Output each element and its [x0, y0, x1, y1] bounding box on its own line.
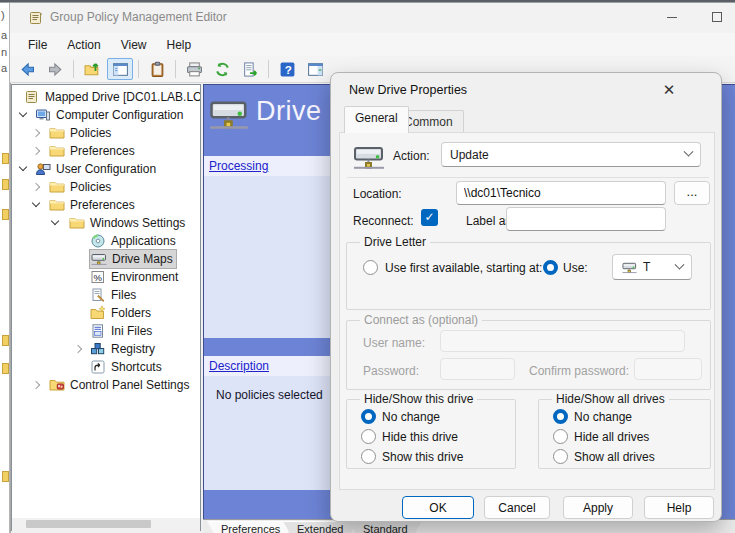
forward-icon[interactable] [42, 58, 68, 80]
user-icon [35, 161, 51, 177]
confirm-password-input[interactable] [634, 358, 702, 380]
help-icon[interactable]: ? [274, 58, 300, 80]
minimize-button[interactable] [655, 6, 689, 28]
hide-show-this-drive-group: Hide/Show this drive No change Hide this… [346, 399, 516, 469]
window-title: Group Policy Management Editor [50, 10, 227, 24]
reconnect-label: Reconnect: [353, 214, 414, 228]
tree-item-ini-files[interactable]: Ini Files [12, 322, 200, 340]
tree-item-user-policies[interactable]: Policies [12, 178, 200, 196]
folder-fragment [2, 153, 9, 164]
tree-item-user-preferences[interactable]: Preferences [12, 196, 200, 214]
tree-item-policies[interactable]: Policies [12, 124, 200, 142]
tree-item-folders[interactable]: Folders [12, 304, 200, 322]
radio-this-no-change[interactable] [361, 409, 376, 424]
tree-item-drive-maps[interactable]: Drive Maps [12, 250, 200, 268]
tab-general[interactable]: General [344, 106, 409, 133]
drive-icon [621, 260, 638, 275]
user-name-input[interactable] [440, 330, 685, 352]
svg-text:?: ? [284, 62, 291, 75]
tab-standard[interactable]: Standard [349, 521, 422, 533]
menu-file[interactable]: File [18, 35, 57, 55]
tree-item-user-configuration[interactable]: User Configuration [12, 160, 200, 178]
radio-all-no-change[interactable] [553, 409, 568, 424]
horizontal-scrollbar[interactable] [12, 518, 200, 531]
location-input[interactable] [456, 181, 666, 205]
tree-item-windows-settings[interactable]: Windows Settings [12, 214, 200, 232]
drive-letter-select[interactable]: T [612, 254, 692, 280]
tree-item-mapped-drive[interactable]: Mapped Drive [DC01.LAB.LOCAL] [12, 88, 200, 106]
apply-button[interactable]: Apply [563, 496, 633, 519]
password-input[interactable] [440, 358, 515, 380]
tree-item-applications[interactable]: Applications [12, 232, 200, 250]
radio-use-first-available[interactable] [363, 260, 378, 275]
folder-fragment [2, 209, 9, 220]
chevron-right-icon[interactable] [32, 129, 40, 137]
browse-button[interactable]: ... [674, 181, 710, 205]
help-button[interactable]: Help [644, 496, 714, 519]
menu-action[interactable]: Action [57, 35, 110, 55]
console-tree: Mapped Drive [DC01.LAB.LOCAL] Computer C… [11, 84, 201, 531]
radio-use[interactable] [543, 260, 558, 275]
folder-icon [69, 215, 85, 231]
chevron-right-icon[interactable] [74, 345, 82, 353]
new-drive-properties-dialog: New Drive Properties ✕ General Common Ac… [330, 72, 722, 522]
refresh-icon[interactable] [209, 58, 235, 80]
print-icon[interactable] [181, 58, 207, 80]
radio-hide-this-drive[interactable] [361, 429, 376, 444]
maximize-button[interactable] [700, 6, 734, 28]
ini-file-icon [90, 323, 106, 339]
processing-link[interactable]: Processing [209, 159, 268, 173]
close-icon[interactable]: ✕ [654, 77, 684, 103]
menu-view[interactable]: View [111, 35, 157, 55]
chevron-down-icon[interactable] [19, 163, 27, 171]
up-one-level-icon[interactable] [79, 58, 105, 80]
cancel-button[interactable]: Cancel [484, 496, 550, 519]
chevron-down-icon[interactable] [19, 109, 27, 117]
chevron-down-icon[interactable] [51, 217, 59, 225]
svg-text:%: % [94, 272, 103, 283]
folder-icon [49, 179, 65, 195]
drive-letter-group: Drive Letter Use first available, starti… [346, 242, 711, 310]
description-link[interactable]: Description [209, 359, 269, 373]
chevron-down-icon [684, 147, 694, 157]
folder-fragment [2, 179, 9, 190]
folder-fragment [2, 363, 9, 374]
app-scroll-icon [28, 10, 44, 26]
tree-item-control-panel-settings[interactable]: Control Panel Settings [12, 376, 200, 394]
clipboard-icon[interactable] [144, 58, 170, 80]
radio-show-all-drives[interactable] [553, 449, 568, 464]
environment-icon: % [90, 269, 106, 285]
label-as-input[interactable] [506, 207, 666, 231]
tree-item-environment[interactable]: % Environment [12, 268, 200, 286]
selected-tree-item: Drive Maps [90, 250, 176, 268]
gpo-scroll-icon [24, 89, 40, 105]
screen: ) a n a Group Policy Management Editor F… [0, 0, 735, 533]
back-icon[interactable] [14, 58, 40, 80]
show-action-pane-icon[interactable] [302, 58, 328, 80]
radio-hide-all-drives[interactable] [553, 429, 568, 444]
dialog-title: New Drive Properties [349, 83, 467, 97]
chevron-right-icon[interactable] [32, 381, 40, 389]
computer-icon [35, 107, 51, 123]
tree-item-registry[interactable]: Registry [12, 340, 200, 358]
ok-button[interactable]: OK [402, 496, 474, 519]
chevron-right-icon[interactable] [32, 183, 40, 191]
scrollbar-thumb[interactable] [26, 520, 151, 528]
background-window-strip: ) a n a [0, 3, 10, 533]
drive-icon [91, 251, 107, 267]
export-list-icon[interactable] [237, 58, 263, 80]
tree-item-preferences[interactable]: Preferences [12, 142, 200, 160]
tree-item-shortcuts[interactable]: Shortcuts [12, 358, 200, 376]
show-console-tree-icon[interactable] [107, 58, 133, 80]
reconnect-checkbox[interactable]: ✓ [421, 209, 438, 226]
chevron-down-icon[interactable] [32, 199, 40, 207]
menu-bar: File Action View Help [10, 33, 735, 56]
chevron-right-icon[interactable] [32, 147, 40, 155]
tab-preferences[interactable]: Preferences [207, 521, 294, 533]
tree-item-computer-configuration[interactable]: Computer Configuration [12, 106, 200, 124]
tab-extended[interactable]: Extended [283, 521, 357, 533]
menu-help[interactable]: Help [157, 35, 202, 55]
tree-item-files[interactable]: Files [12, 286, 200, 304]
radio-show-this-drive[interactable] [361, 449, 376, 464]
action-select[interactable]: Update [441, 142, 701, 167]
